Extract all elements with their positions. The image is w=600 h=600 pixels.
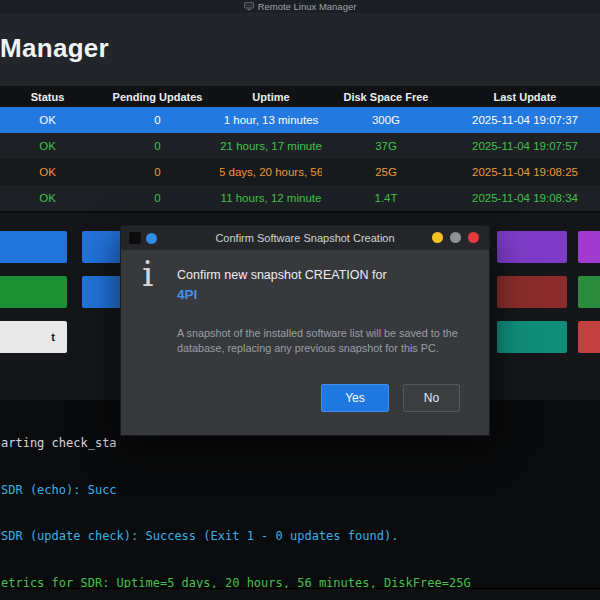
bottom-status-strip <box>0 588 600 600</box>
app-header: Manager <box>0 13 600 86</box>
toolbar-button-purple[interactable] <box>497 231 567 263</box>
monitor-icon <box>244 2 254 11</box>
dialog-message: Confirm new snapshot CREATION for <box>177 268 387 282</box>
table-row[interactable]: OK 0 11 hours, 12 minute 1.4T 2025-11-04… <box>0 185 600 211</box>
toolbar-button-green[interactable] <box>0 276 67 308</box>
cell-last-update: 2025-11-04 19:07:57 <box>450 133 600 159</box>
cell-uptime: 11 hours, 12 minute <box>220 185 322 211</box>
minimize-button[interactable] <box>432 232 443 243</box>
cell-disk-free: 1.4T <box>322 185 450 211</box>
cell-status: OK <box>0 107 95 133</box>
cell-status: OK <box>0 159 95 185</box>
column-header-last-update[interactable]: Last Update <box>450 86 600 107</box>
yes-button[interactable]: Yes <box>321 384 389 412</box>
app-window: Remote Linux Manager Manager Status Pend… <box>0 0 600 600</box>
column-header-uptime[interactable]: Uptime <box>220 86 322 107</box>
cell-pending-updates: 0 <box>95 133 220 159</box>
no-button[interactable]: No <box>403 384 460 412</box>
cell-status: OK <box>0 185 95 211</box>
log-line: arting check_sta <box>0 436 600 452</box>
dialog-target-pc: 4PI <box>177 287 197 302</box>
toolbar-button-red-partial[interactable] <box>578 321 600 353</box>
cell-uptime: 21 hours, 17 minute <box>220 133 322 159</box>
page-title: Manager <box>0 33 109 64</box>
pc-status-table: Status Pending Updates Uptime Disk Space… <box>0 86 600 211</box>
info-icon: i <box>142 256 154 292</box>
toolbar-button-white[interactable]: t <box>0 321 67 353</box>
table-row[interactable]: OK 0 1 hour, 13 minutes 300G 2025-11-04 … <box>0 107 600 133</box>
table-header-row: Status Pending Updates Uptime Disk Space… <box>0 86 600 107</box>
cell-disk-free: 25G <box>322 159 450 185</box>
table-row[interactable]: OK 0 21 hours, 17 minute 37G 2025-11-04 … <box>0 133 600 159</box>
log-line: SDR (update check): Success (Exit 1 - 0 … <box>0 529 600 545</box>
cell-last-update: 2025-11-04 19:07:37 <box>450 107 600 133</box>
column-header-status[interactable]: Status <box>0 86 95 107</box>
cell-disk-free: 300G <box>322 107 450 133</box>
app-dot-icon <box>146 233 157 244</box>
column-header-pending-updates[interactable]: Pending Updates <box>95 86 220 107</box>
dialog-titlebar[interactable]: Confirm Software Snapshot Creation <box>121 226 489 250</box>
cell-disk-free: 37G <box>322 133 450 159</box>
cell-uptime: 1 hour, 13 minutes <box>220 107 322 133</box>
cell-pending-updates: 0 <box>95 159 220 185</box>
toolbar-button-green-partial[interactable] <box>578 276 600 308</box>
window-title: Remote Linux Manager <box>258 1 357 12</box>
cell-status: OK <box>0 133 95 159</box>
toolbar-button-maroon[interactable] <box>497 276 567 308</box>
cell-last-update: 2025-11-04 19:08:25 <box>450 159 600 185</box>
maximize-button[interactable] <box>450 232 461 243</box>
log-line: SDR (echo): Succ <box>0 483 600 499</box>
terminal-icon <box>129 232 141 244</box>
confirm-snapshot-dialog: Confirm Software Snapshot Creation i Con… <box>120 225 490 436</box>
dialog-detail-text: A snapshot of the installed software lis… <box>177 326 483 356</box>
cell-last-update: 2025-11-04 19:08:34 <box>450 185 600 211</box>
table-row[interactable]: OK 0 5 days, 20 hours, 56 25G 2025-11-04… <box>0 159 600 185</box>
toolbar-button-white-label: t <box>51 331 55 343</box>
toolbar-button-blue-1[interactable] <box>0 231 67 263</box>
toolbar-button-magenta-partial[interactable] <box>578 231 600 263</box>
cell-uptime: 5 days, 20 hours, 56 <box>220 159 322 185</box>
cell-pending-updates: 0 <box>95 185 220 211</box>
column-header-disk-space-free[interactable]: Disk Space Free <box>322 86 450 107</box>
cell-pending-updates: 0 <box>95 107 220 133</box>
toolbar-button-teal[interactable] <box>497 321 567 353</box>
window-titlebar[interactable]: Remote Linux Manager <box>0 0 600 13</box>
close-button[interactable] <box>468 232 479 243</box>
